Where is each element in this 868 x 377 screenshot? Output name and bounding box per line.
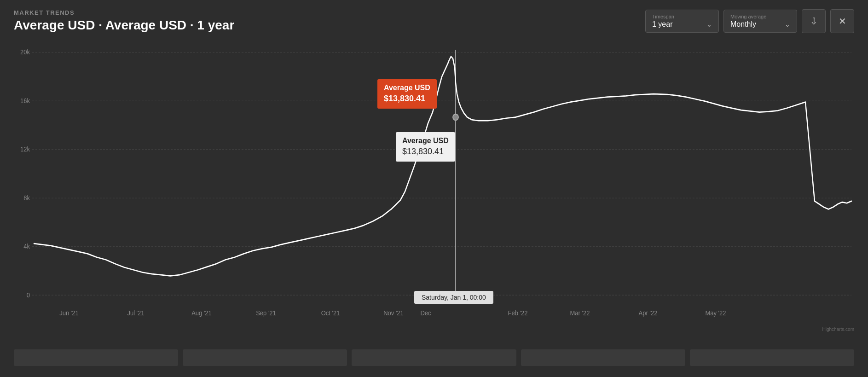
moving-average-value: Monthly: [730, 20, 756, 29]
controls-row: Timespan 1 year ⌄ Moving average Monthly…: [645, 9, 854, 33]
chart-svg: 20k 16k 12k 8k 4k 0 20k 16k 12k 8k 4k 0 …: [14, 42, 854, 346]
moving-average-chevron-icon: ⌄: [785, 21, 790, 28]
chart-area: 20k 16k 12k 8k 4k 0 20k 16k 12k 8k 4k 0 …: [14, 42, 854, 346]
svg-text:May '22: May '22: [705, 310, 726, 317]
moving-average-dropdown[interactable]: Moving average Monthly ⌄: [723, 10, 797, 33]
timespan-chevron-icon: ⌄: [706, 21, 712, 28]
svg-text:Mar '22: Mar '22: [570, 310, 590, 317]
timespan-value-row: 1 year ⌄: [652, 20, 712, 29]
timespan-value: 1 year: [652, 20, 672, 29]
svg-point-19: [453, 114, 458, 120]
svg-text:Dec: Dec: [420, 310, 431, 317]
bottom-bar: [14, 349, 854, 372]
svg-text:16k: 16k: [20, 97, 30, 104]
market-trends-label: MARKET TRENDS: [14, 9, 234, 16]
svg-text:Oct '21: Oct '21: [321, 310, 340, 317]
svg-text:8k: 8k: [23, 194, 30, 202]
timespan-label: Timespan: [652, 14, 712, 19]
svg-text:16k: 16k: [854, 97, 854, 104]
highcharts-credit: Highcharts.com: [822, 327, 854, 332]
svg-text:Apr '22: Apr '22: [639, 310, 658, 317]
moving-average-label: Moving average: [730, 14, 790, 19]
svg-text:0: 0: [854, 291, 854, 299]
bottom-item-4[interactable]: [521, 349, 685, 366]
svg-text:Jun '21: Jun '21: [59, 310, 78, 317]
svg-text:8k: 8k: [854, 194, 854, 202]
svg-text:4k: 4k: [23, 243, 30, 250]
timespan-dropdown[interactable]: Timespan 1 year ⌄: [645, 10, 719, 33]
main-container: MARKET TRENDS Average USD · Average USD …: [0, 0, 868, 377]
close-icon: ✕: [839, 16, 846, 27]
svg-text:Feb '22: Feb '22: [508, 310, 528, 317]
svg-text:12k: 12k: [854, 146, 854, 153]
chart-title: Average USD · Average USD · 1 year: [14, 18, 234, 33]
svg-text:20k: 20k: [854, 49, 854, 56]
moving-average-value-row: Monthly ⌄: [730, 20, 790, 29]
title-section: MARKET TRENDS Average USD · Average USD …: [14, 9, 234, 33]
svg-text:Aug '21: Aug '21: [191, 310, 212, 317]
header-row: MARKET TRENDS Average USD · Average USD …: [14, 9, 854, 33]
download-button[interactable]: ⇩: [802, 9, 826, 33]
svg-text:0: 0: [27, 291, 30, 299]
svg-text:4k: 4k: [854, 243, 854, 250]
bottom-item-3[interactable]: [352, 349, 516, 366]
svg-text:Nov '21: Nov '21: [383, 310, 404, 317]
bottom-item-5[interactable]: [690, 349, 854, 366]
close-button[interactable]: ✕: [830, 9, 854, 33]
download-icon: ⇩: [810, 16, 818, 27]
svg-text:20k: 20k: [20, 49, 30, 56]
svg-text:Jul '21: Jul '21: [127, 310, 144, 317]
bottom-item-1[interactable]: [14, 349, 178, 366]
svg-text:Sep '21: Sep '21: [256, 310, 276, 317]
svg-text:12k: 12k: [20, 146, 30, 153]
bottom-item-2[interactable]: [183, 349, 347, 366]
